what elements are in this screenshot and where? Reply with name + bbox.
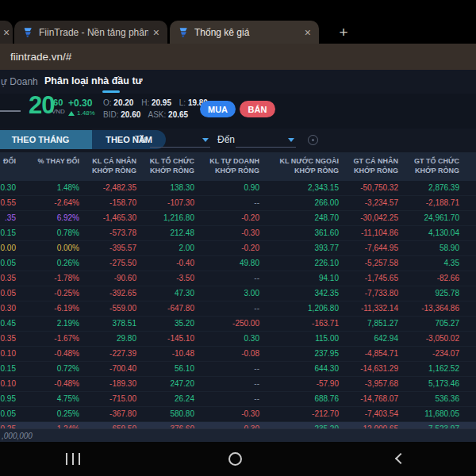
to-date-dropdown[interactable]: [236, 131, 296, 148]
clear-filter-icon[interactable]: [308, 135, 318, 145]
new-tab-button[interactable]: +: [332, 21, 355, 44]
subnav-item-phan-loai-nha-dau-tu[interactable]: Phân loại nhà đầu tư: [44, 75, 143, 86]
table-row[interactable]: 0.05-0.25%-392.6547.303.00342.35-7,733.8…: [0, 286, 476, 301]
table-row[interactable]: 0.30-6.19%-559.00-647.80--1,206.80-11,33…: [0, 301, 476, 317]
table-cell: -367.80: [79, 407, 136, 421]
currency-label: VND: [52, 108, 65, 115]
active-tab-underline: [102, 90, 120, 93]
table-cell: 536.36: [398, 392, 459, 406]
back-icon[interactable]: [395, 453, 406, 464]
table-cell: 1,216.80: [136, 211, 194, 225]
table-cell: 1.48%: [16, 181, 79, 195]
table-cell: -395.57: [79, 241, 136, 255]
ask-label: ASK:: [148, 110, 167, 119]
subnav-item-tu-doanh[interactable]: ự Doanh: [1, 76, 38, 87]
table-row[interactable]: 0.150.78%-573.78212.48-0.30361.60-11,104…: [0, 226, 476, 241]
table-cell: 35.20: [136, 317, 194, 331]
table-cell: 237.95: [259, 347, 339, 361]
column-header[interactable]: KL TỔ CHỨCKHỚP RÒNG: [136, 156, 194, 175]
fiintrade-logo-icon: [22, 27, 33, 38]
column-header[interactable]: KL NƯỚC NGOÀIKHỚP RÒNG: [259, 156, 339, 175]
table-cell: 58.90: [398, 241, 459, 255]
table-row[interactable]: .356.92%-1,465.301,216.80-0.20248.70-30,…: [0, 211, 476, 226]
table-cell: 5,173.46: [398, 377, 459, 391]
table-cell: 0.78%: [16, 226, 79, 240]
tab-thong-ke-gia[interactable]: Thống kê giá ×: [170, 21, 319, 44]
sell-button[interactable]: BÁN: [240, 101, 275, 117]
home-icon[interactable]: [228, 452, 242, 466]
table-cell: -700.40: [79, 362, 136, 376]
tab-title: FiinTrade - Nền tảng phân tíc: [39, 27, 148, 38]
close-icon[interactable]: ×: [153, 26, 159, 39]
table-cell: 1,206.80: [259, 301, 339, 316]
recent-apps-icon[interactable]: [63, 453, 83, 465]
table-cell: -1,745.65: [339, 271, 398, 286]
table-row[interactable]: 0.301.48%-2,482.35138.300.902,343.15-50,…: [0, 181, 476, 196]
buy-button[interactable]: MUA: [200, 101, 236, 117]
table-cell: 235.20: [259, 422, 339, 428]
table-cell: -1.78%: [16, 271, 79, 286]
arrow-up-icon: [68, 111, 75, 116]
table-cell: -163.71: [259, 317, 339, 331]
table-row[interactable]: 0.050.26%-275.50-0.4049.80226.10-5,257.5…: [0, 256, 476, 271]
table-row[interactable]: 0.452.19%378.5135.20-250.00-163.717,851.…: [0, 317, 476, 332]
table-cell: 0.35: [0, 271, 16, 286]
table-row[interactable]: 0.55-2.64%-158.70-107.30--266.00-3,234.5…: [0, 196, 476, 211]
table-row[interactable]: 0.150.72%-700.4056.10--644.30-14,631.291…: [0, 362, 476, 377]
table-row[interactable]: 0.35-1.78%-90.60-3.50--94.10-1,745.65-82…: [0, 271, 476, 286]
table-row[interactable]: 0.35-1.67%29.80-145.100.30115.00642.94-3…: [0, 332, 476, 347]
table-cell: 0.72%: [16, 362, 79, 376]
tab-partial[interactable]: ×: [0, 21, 13, 44]
table-cell: -14,631.29: [339, 362, 398, 376]
column-header[interactable]: KL TỰ DOANHKHỚP RÒNG: [194, 156, 259, 175]
table-cell: 24,961.70: [398, 211, 459, 225]
table-cell: 226.10: [259, 256, 339, 271]
table-cell: --: [194, 271, 259, 286]
table-cell: -234.07: [398, 347, 459, 361]
table-row[interactable]: 0.10-0.48%-227.39-10.48-0.08237.95-4,854…: [0, 347, 476, 362]
table-cell: 26.24: [136, 392, 194, 406]
table-row[interactable]: 0.050.25%-367.80580.80-0.30-212.70-7,403…: [0, 407, 476, 422]
chevron-down-icon: [288, 138, 294, 142]
table-cell: 342.35: [259, 286, 339, 301]
tab-title: Thống kê giá: [194, 27, 300, 38]
table-cell: -7,733.80: [339, 286, 398, 301]
column-header[interactable]: % THAY ĐỔI: [16, 156, 79, 175]
table-cell: -90.60: [79, 271, 136, 286]
column-header[interactable]: GT CÁ NHÂNKHỚP RÒNG: [339, 156, 398, 175]
table-cell: 0.25%: [16, 407, 79, 421]
table-footer: ,000,000: [0, 428, 476, 442]
table-cell: 3.00: [194, 286, 259, 301]
url-bar[interactable]: fiintrade.vn/#: [0, 44, 476, 70]
tab-fiintrade-home[interactable]: FiinTrade - Nền tảng phân tíc ×: [14, 21, 167, 44]
close-icon[interactable]: ×: [3, 26, 10, 39]
table-cell: 0.10: [0, 377, 16, 391]
table-cell: -1.24%: [16, 422, 79, 428]
table-header: ĐỔI% THAY ĐỔIKL CÁ NHÂNKHỚP RÒNGKL TỔ CH…: [0, 152, 476, 181]
column-header[interactable]: KL CÁ NHÂNKHỚP RÒNG: [79, 156, 136, 175]
table-row[interactable]: 0.25-1.24%-659.50376.60-0.30235.20-12,00…: [0, 422, 476, 428]
table-cell: 248.70: [259, 211, 339, 225]
table-row[interactable]: 0.954.75%-715.0026.24--688.76-14,768.075…: [0, 392, 476, 407]
table-cell: 94.10: [259, 271, 339, 286]
table-cell: 0.15: [0, 362, 16, 376]
column-header[interactable]: ĐỔI: [0, 156, 16, 175]
table-cell: -145.10: [136, 332, 194, 346]
table-cell: 705.27: [398, 317, 459, 331]
ohl-block: O: 20.20 H: 20.95 L: 19.80 BID: 20.60 AS…: [103, 97, 213, 121]
table-cell: -0.48%: [16, 377, 79, 391]
from-date-dropdown[interactable]: [150, 131, 210, 148]
table-cell: 2,343.15: [259, 181, 339, 195]
table-cell: 138.30: [136, 181, 194, 195]
table-cell: -1.67%: [16, 332, 79, 346]
table-cell: 0.25: [0, 422, 16, 428]
table-cell: -3,050.02: [398, 332, 459, 346]
close-icon[interactable]: ×: [305, 26, 311, 39]
column-header[interactable]: GT TỔ CHỨCKHỚP RÒNG: [398, 156, 459, 175]
table-row[interactable]: 0.10-0.48%-189.30247.20---57.90-3,957.68…: [0, 377, 476, 392]
table-row[interactable]: 0.000.00%-395.572.00-0.20393.77-7,644.95…: [0, 241, 476, 256]
table-cell: 0.15: [0, 226, 16, 240]
table-cell: -0.30: [194, 407, 259, 421]
table-cell: 0.05: [0, 286, 16, 301]
by-month-button[interactable]: THEO THÁNG: [0, 130, 92, 149]
